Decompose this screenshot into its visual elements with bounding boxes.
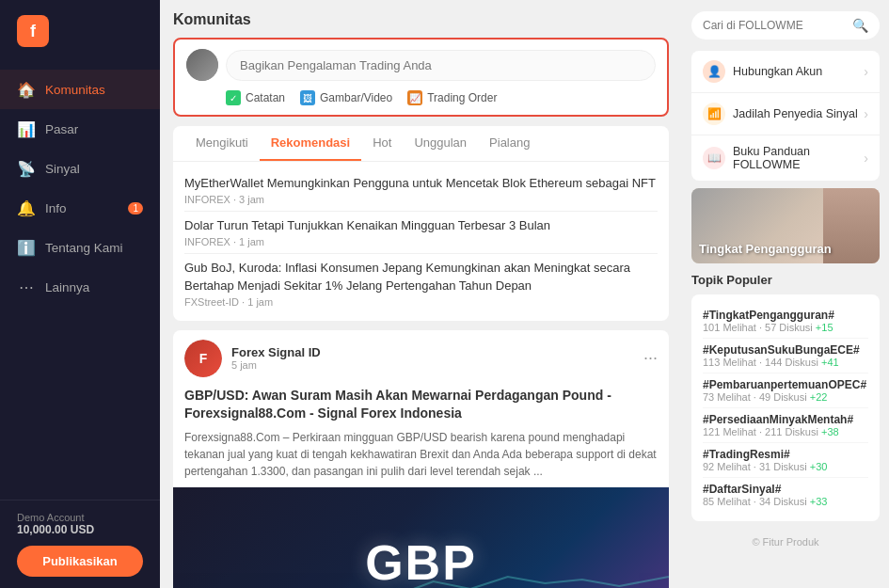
post-input-row — [186, 49, 656, 81]
topic-stats: 73 Melihat · 49 Diskusi +22 — [703, 391, 868, 403]
topic-item[interactable]: #PembaruanpertemuanOPEC# 73 Melihat · 49… — [703, 373, 868, 408]
sinyal-icon: 📡 — [17, 159, 36, 178]
tab-unggulan[interactable]: Unggulan — [403, 126, 478, 161]
tab-hot[interactable]: Hot — [361, 126, 403, 161]
account-info: Demo Account 10,000.00 USD — [17, 512, 143, 536]
nav-label-tentang: Tentang Kami — [45, 241, 123, 255]
nav-label-komunitas: Komunitas — [45, 83, 105, 97]
post-card: F Forex Signal ID 5 jam ··· GBP/USD: Awa… — [173, 330, 669, 588]
trading-icon: 📈 — [407, 90, 422, 105]
badge-info: 1 — [128, 202, 143, 215]
news-title: Dolar Turun Tetapi Tunjukkan Kenaikan Mi… — [184, 217, 658, 234]
post-body: Forexsigna88.Com – Perkiraan mingguan GB… — [173, 429, 669, 487]
news-source: INFOREX · 1 jam — [184, 236, 658, 247]
post-actions: ✓ Catatan 🖼 Gambar/Video 📈 Trading Order — [186, 90, 656, 105]
nav-label-info: Info — [45, 201, 67, 215]
cta-item-penyedia[interactable]: 📶 Jadilah Penyedia Sinyal › — [691, 93, 880, 135]
cta-item-hubungkan[interactable]: 👤 Hubungkan Akun › — [691, 51, 880, 93]
main-content: Komunitas ✓ Catatan 🖼 Gambar/Video 📈 Tra… — [160, 0, 682, 588]
post-input[interactable] — [226, 50, 656, 81]
logo-icon: f — [17, 15, 49, 47]
tab-mengikuti[interactable]: Mengikuti — [184, 126, 260, 161]
sidebar: f 🏠 Komunitas 📊 Pasar 📡 Sinyal 🔔 Info 1ℹ… — [0, 0, 160, 588]
bottom-text: © Fitur Produk — [752, 536, 818, 548]
cta-icon-buku: 📖 — [703, 147, 725, 169]
post-box: ✓ Catatan 🖼 Gambar/Video 📈 Trading Order — [173, 38, 669, 117]
topic-stats: 92 Melihat · 31 Diskusi +30 — [703, 461, 868, 472]
cta-item-buku[interactable]: 📖 Buku Panduan FOLLOWME › — [691, 135, 880, 181]
sidebar-item-tentang[interactable]: ℹ️ Tentang Kami — [0, 228, 160, 267]
topic-name: #TradingResmi# — [703, 448, 868, 461]
topic-item[interactable]: #DaftarSinyal# 85 Melihat · 34 Diskusi +… — [703, 478, 868, 512]
content-card: MengikutiRekomendasiHotUnggulanPialang M… — [173, 126, 669, 321]
post-author: Forex Signal ID — [231, 345, 634, 359]
post-header: F Forex Signal ID 5 jam ··· — [173, 330, 669, 387]
topic-name: #PembaruanpertemuanOPEC# — [703, 378, 868, 391]
topic-item[interactable]: #TingkatPengangguran# 101 Melihat · 57 D… — [703, 304, 868, 339]
cta-icon-penyedia: 📶 — [703, 103, 725, 125]
tabs-container: MengikutiRekomendasiHotUnggulanPialang — [173, 126, 669, 162]
banner-image: Tingkat Pengangguran — [691, 188, 880, 263]
topic-name: #TingkatPengangguran# — [703, 309, 868, 322]
news-item[interactable]: Dolar Turun Tetapi Tunjukkan Kenaikan Mi… — [184, 212, 658, 254]
publish-button[interactable]: Publikasikan — [17, 546, 143, 577]
right-sidebar: 🔍 👤 Hubungkan Akun ›📶 Jadilah Penyedia S… — [682, 0, 889, 588]
post-more-button[interactable]: ··· — [643, 348, 658, 368]
pasar-icon: 📊 — [17, 119, 36, 138]
user-avatar — [186, 49, 218, 81]
page-title: Komunitas — [173, 11, 669, 28]
post-image: GBP — [173, 487, 669, 588]
cta-card: 👤 Hubungkan Akun ›📶 Jadilah Penyedia Sin… — [691, 51, 880, 181]
sidebar-item-sinyal[interactable]: 📡 Sinyal — [0, 149, 160, 188]
cta-label-buku: Buku Panduan FOLLOWME — [733, 145, 864, 171]
topic-stats: 113 Melihat · 144 Diskusi +41 — [703, 357, 868, 368]
nav-label-pasar: Pasar — [45, 122, 78, 136]
post-title: GBP/USD: Awan Suram Masih Akan Mewarnai … — [173, 387, 669, 429]
topic-stats: 85 Melihat · 34 Diskusi +33 — [703, 496, 868, 507]
topic-item[interactable]: #KeputusanSukuBungaECE# 113 Melihat · 14… — [703, 339, 868, 373]
tentang-icon: ℹ️ — [17, 238, 36, 257]
account-label: Demo Account — [17, 512, 143, 523]
news-title: MyEtherWallet Memungkinkan Pengguna untu… — [184, 175, 658, 192]
topic-item[interactable]: #PersediaanMinyakMentah# 121 Melihat · 2… — [703, 408, 868, 443]
sidebar-item-komunitas[interactable]: 🏠 Komunitas — [0, 70, 160, 109]
nav-label-sinyal: Sinyal — [45, 162, 80, 176]
info-icon: 🔔 — [17, 199, 36, 217]
news-item[interactable]: MyEtherWallet Memungkinkan Pengguna untu… — [184, 169, 658, 212]
news-source: INFOREX · 3 jam — [184, 194, 658, 205]
cta-arrow-hubungkan: › — [864, 64, 868, 79]
news-title: Gub BoJ, Kuroda: Inflasi Konsumen Jepang… — [184, 260, 658, 294]
sidebar-item-info[interactable]: 🔔 Info 1 — [0, 188, 160, 228]
nav-label-lainnya: Lainnya — [45, 280, 89, 294]
topic-stats: 101 Melihat · 57 Diskusi +15 — [703, 322, 868, 333]
search-icon: 🔍 — [852, 18, 868, 33]
topic-name: #DaftarSinyal# — [703, 483, 868, 496]
popular-topics-title: Topik Populer — [691, 273, 880, 287]
news-source: FXStreet-ID · 1 jam — [184, 296, 658, 308]
cta-arrow-penyedia: › — [864, 106, 868, 121]
tab-rekomendasi[interactable]: Rekomendasi — [260, 126, 362, 161]
cta-arrow-buku: › — [864, 151, 868, 166]
account-value: 10,000.00 USD — [17, 523, 143, 536]
news-item[interactable]: Gub BoJ, Kuroda: Inflasi Konsumen Jepang… — [184, 254, 658, 312]
topic-name: #PersediaanMinyakMentah# — [703, 413, 868, 426]
gambar-button[interactable]: 🖼 Gambar/Video — [300, 90, 392, 105]
topic-item[interactable]: #TradingResmi# 92 Melihat · 31 Diskusi +… — [703, 443, 868, 478]
main-nav: 🏠 Komunitas 📊 Pasar 📡 Sinyal 🔔 Info 1ℹ️ … — [0, 62, 160, 500]
post-avatar-image: F — [184, 340, 222, 377]
search-input[interactable] — [703, 19, 847, 32]
bottom-bar: © Fitur Produk — [691, 529, 880, 555]
cta-icon-hubungkan: 👤 — [703, 60, 725, 83]
banner-text: Tingkat Pengangguran — [691, 234, 839, 263]
sidebar-item-pasar[interactable]: 📊 Pasar — [0, 109, 160, 149]
cta-label-hubungkan: Hubungkan Akun — [733, 65, 864, 78]
lainnya-icon: ⋯ — [17, 278, 36, 296]
trading-button[interactable]: 📈 Trading Order — [407, 90, 497, 105]
tab-pialang[interactable]: Pialang — [478, 126, 541, 161]
komunitas-icon: 🏠 — [17, 80, 36, 99]
sidebar-item-lainnya[interactable]: ⋯ Lainnya — [0, 267, 160, 307]
news-list: MyEtherWallet Memungkinkan Pengguna untu… — [173, 162, 669, 321]
catatan-button[interactable]: ✓ Catatan — [226, 90, 285, 105]
topic-stats: 121 Melihat · 211 Diskusi +38 — [703, 426, 868, 437]
topics-card: #TingkatPengangguran# 101 Melihat · 57 D… — [691, 294, 880, 521]
